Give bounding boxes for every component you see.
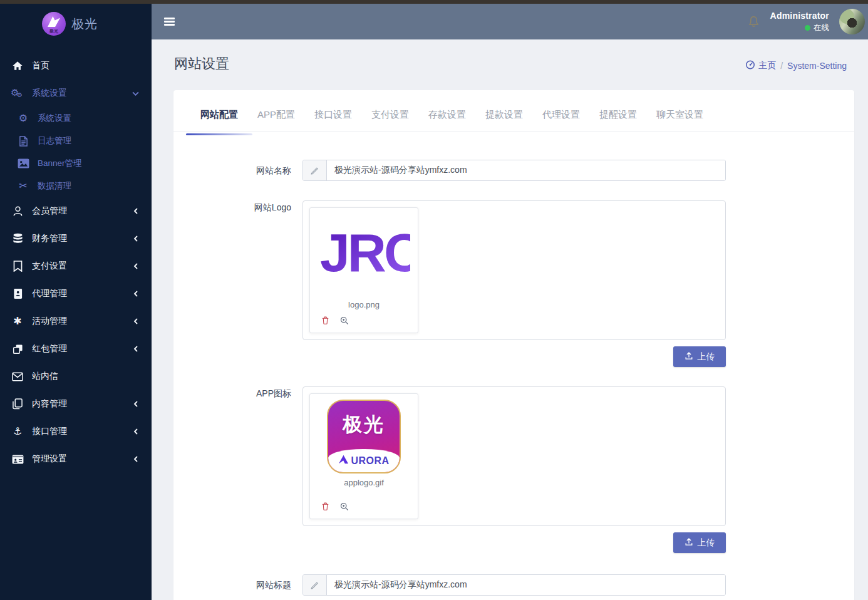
app-icon-label: APP图标 <box>173 386 291 553</box>
user-icon <box>10 205 25 217</box>
notifications-bell-icon[interactable] <box>747 15 760 29</box>
sidebar-item-system-settings-group[interactable]: ⚙⚙ 系统设置 <box>0 80 152 107</box>
site-logo-preview-card: JRC logo.png <box>309 207 418 333</box>
tab-payment-settings[interactable]: 支付设置 <box>371 109 409 134</box>
site-title-label: 网站标题 <box>173 574 291 596</box>
sidebar-item-home[interactable]: 首页 <box>0 52 152 80</box>
chevron-down-icon <box>132 90 139 97</box>
sidebar-item-activity-management[interactable]: ✱ 活动管理 <box>0 308 152 335</box>
sidebar-item-redpacket-management[interactable]: 红包管理 <box>0 335 152 363</box>
user-info[interactable]: Administrator 在线 <box>770 11 829 33</box>
tab-reminder-settings[interactable]: 提醒设置 <box>599 109 637 134</box>
anchor-icon: ⚓ <box>10 427 25 437</box>
system-settings-submenu: ⚙ 系统设置 日志管理 Banner管理 ✂ 数据清理 <box>0 107 152 197</box>
image-icon <box>16 158 31 168</box>
user-avatar[interactable] <box>839 9 865 34</box>
scissors-icon: ✂ <box>16 181 31 191</box>
main-content: 网站设置 主页 / System-Setting 网站配置 APP配置 接口设置… <box>152 39 868 600</box>
sidebar-item-content-management[interactable]: 内容管理 <box>0 390 152 418</box>
page-title: 网站设置 <box>174 54 229 73</box>
burst-icon: ✱ <box>10 316 25 326</box>
app-icon-delete-button[interactable] <box>321 502 329 511</box>
upload-icon <box>685 537 693 548</box>
upload-icon <box>685 351 693 362</box>
pencil-icon <box>303 575 327 595</box>
database-icon <box>10 233 25 244</box>
site-config-form: 网站名称 网站Logo <box>173 132 854 596</box>
chevron-left-icon <box>133 263 139 269</box>
tab-agent-settings[interactable]: 代理设置 <box>542 109 580 134</box>
app-icon-upload-box: 极光 URORA applogo.gif <box>302 386 726 526</box>
pencil-icon <box>303 160 327 180</box>
sidebar-subitem-log-management[interactable]: 日志管理 <box>0 130 152 152</box>
app-icon-upload-button[interactable]: 上传 <box>673 532 726 553</box>
settings-card: 网站配置 APP配置 接口设置 支付设置 存款设置 提款设置 代理设置 提醒设置… <box>173 90 854 600</box>
tab-chatroom-settings[interactable]: 聊天室设置 <box>656 109 703 134</box>
site-logo-image: JRC <box>318 213 410 296</box>
file-lines-icon <box>16 136 31 147</box>
address-book-icon <box>10 288 25 299</box>
id-card-icon <box>10 455 25 464</box>
sidebar-subitem-data-cleanup[interactable]: ✂ 数据清理 <box>0 175 152 197</box>
breadcrumb: 主页 / System-Setting <box>745 59 847 73</box>
user-name: Administrator <box>770 11 829 21</box>
site-name-input[interactable] <box>327 160 725 180</box>
home-icon <box>10 60 25 71</box>
cogs-icon: ⚙⚙ <box>10 88 25 99</box>
top-header: Administrator 在线 <box>152 4 868 39</box>
envelope-icon <box>10 372 25 381</box>
clone-filled-icon <box>10 344 25 354</box>
app-icon-filename: applogo.gif <box>310 478 418 487</box>
sidebar: 极光 极光 首页 ⚙⚙ 系统设置 ⚙ 系统设置 <box>0 4 152 600</box>
bookmark-icon <box>10 261 25 272</box>
tab-deposit-settings[interactable]: 存款设置 <box>428 109 466 134</box>
site-logo-upload-box: JRC logo.png <box>302 200 726 340</box>
window-top-strip <box>0 0 868 4</box>
site-logo-filename: logo.png <box>310 300 418 309</box>
chevron-left-icon <box>133 346 139 352</box>
site-logo-upload-button[interactable]: 上传 <box>673 346 726 367</box>
app-icon-image: 极光 URORA <box>310 394 418 473</box>
chevron-left-icon <box>133 291 139 297</box>
brand-logo[interactable]: 极光 极光 <box>0 4 152 43</box>
sidebar-item-api-management[interactable]: ⚓ 接口管理 <box>0 418 152 445</box>
online-status-label: 在线 <box>814 23 829 33</box>
sidebar-item-agent-management[interactable]: 代理管理 <box>0 280 152 308</box>
site-logo-delete-button[interactable] <box>321 316 329 325</box>
chevron-left-icon <box>133 456 139 462</box>
sidebar-item-payment-settings[interactable]: 支付设置 <box>0 252 152 280</box>
tab-api-settings[interactable]: 接口设置 <box>314 109 352 134</box>
site-logo-preview-button[interactable] <box>340 316 349 325</box>
chevron-left-icon <box>133 318 139 324</box>
sidebar-item-admin-settings[interactable]: 管理设置 <box>0 445 152 473</box>
gear-icon: ⚙ <box>16 113 31 123</box>
chevron-left-icon <box>133 235 139 242</box>
dashboard-icon <box>745 59 755 71</box>
settings-tabs: 网站配置 APP配置 接口设置 支付设置 存款设置 提款设置 代理设置 提醒设置… <box>173 90 854 132</box>
chevron-left-icon <box>133 401 139 407</box>
tab-app-config[interactable]: APP配置 <box>257 109 295 134</box>
sidebar-subitem-banner-management[interactable]: Banner管理 <box>0 152 152 175</box>
tab-withdrawal-settings[interactable]: 提款设置 <box>485 109 523 134</box>
online-status-dot <box>805 25 810 31</box>
copy-icon <box>10 398 25 410</box>
sidebar-item-member-management[interactable]: 会员管理 <box>0 197 152 225</box>
site-logo-label: 网站Logo <box>173 200 291 367</box>
chevron-left-icon <box>133 428 139 435</box>
brand-name: 极光 <box>71 16 98 33</box>
tab-site-config[interactable]: 网站配置 <box>200 109 238 134</box>
site-name-label: 网站名称 <box>173 160 291 181</box>
sidebar-item-finance-management[interactable]: 财务管理 <box>0 225 152 252</box>
app-icon-preview-button[interactable] <box>340 502 349 511</box>
breadcrumb-home-link[interactable]: 主页 <box>745 59 776 71</box>
aurora-logo-icon: 极光 <box>42 12 66 36</box>
sidebar-subitem-system-settings[interactable]: ⚙ 系统设置 <box>0 107 152 130</box>
app-icon-preview-card: 极光 URORA applogo.gif <box>309 393 418 519</box>
breadcrumb-current: System-Setting <box>787 61 847 71</box>
site-title-input[interactable] <box>327 575 725 595</box>
aurora-triangle-icon <box>338 455 349 467</box>
sidebar-nav: 首页 ⚙⚙ 系统设置 ⚙ 系统设置 日志管理 <box>0 52 152 473</box>
chevron-left-icon <box>133 208 139 214</box>
sidebar-toggle-button[interactable] <box>164 18 175 26</box>
sidebar-item-site-messages[interactable]: 站内信 <box>0 363 152 390</box>
